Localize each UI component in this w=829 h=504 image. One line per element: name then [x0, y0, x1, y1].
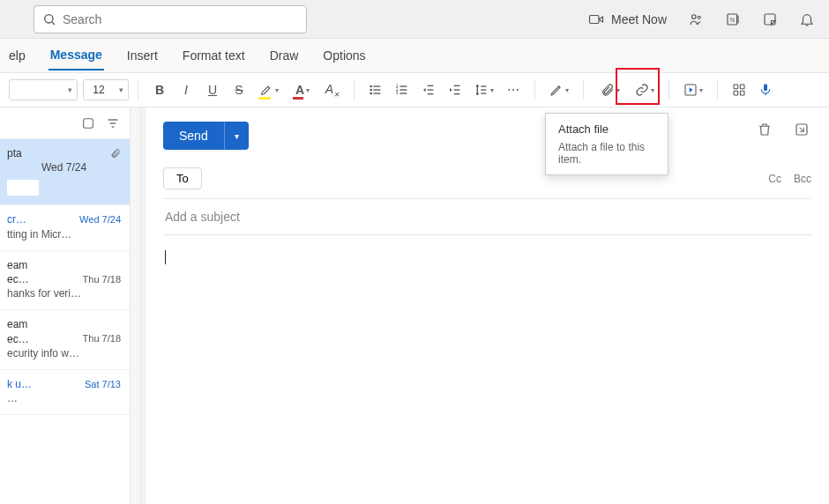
teams-icon[interactable] [688, 11, 704, 27]
mail-date: Wed 7/24 [7, 160, 121, 174]
underline-button[interactable]: U [200, 78, 225, 102]
mail-item[interactable]: eam ec… Thu 7/18 hanks for veri… [0, 251, 130, 311]
svg-point-9 [370, 85, 371, 86]
strikethrough-button[interactable]: S [227, 78, 251, 102]
subject-input[interactable] [165, 210, 810, 224]
filter-icon[interactable] [105, 115, 121, 131]
tab-help[interactable]: elp [7, 41, 27, 70]
mail-item[interactable]: eam ec… Thu 7/18 ecurity info w… [0, 310, 130, 370]
mail-sender: k u… [7, 377, 32, 391]
svg-rect-2 [589, 15, 599, 23]
svg-point-11 [370, 89, 371, 90]
italic-button[interactable]: I [174, 78, 198, 102]
onenote-icon[interactable]: N [725, 11, 741, 27]
bell-icon[interactable] [799, 11, 815, 27]
list-scrollbar[interactable] [131, 107, 141, 504]
bold-button[interactable]: B [147, 78, 172, 102]
meet-now-button[interactable]: Meet Now [588, 11, 667, 27]
separator [138, 80, 138, 100]
separator [354, 80, 355, 100]
tooltip-body: Attach a file to this item. [558, 141, 655, 166]
svg-rect-31 [734, 85, 738, 89]
tooltip-title: Attach file [558, 122, 655, 136]
search-input[interactable] [63, 12, 299, 26]
mail-subject-short: ec… [7, 272, 29, 286]
to-field-row: To Cc Bcc [163, 162, 811, 199]
eraser-icon: A✕ [325, 82, 340, 99]
send-split-button: Send ▾ [163, 122, 249, 150]
svg-text:N: N [730, 17, 735, 23]
dictate-button[interactable] [753, 78, 778, 102]
more-options-button[interactable]: ⋯ [501, 78, 526, 102]
tab-format-text[interactable]: Format text [181, 41, 247, 70]
line-spacing-button[interactable]: ▾ [469, 78, 499, 102]
attachment-icon [110, 148, 121, 159]
notes-icon[interactable] [762, 11, 778, 27]
bullet-list-button[interactable] [363, 78, 388, 102]
pen-icon [549, 83, 564, 97]
svg-text:3: 3 [396, 91, 399, 95]
separator [668, 80, 669, 100]
chevron-down-icon: ▾ [114, 85, 128, 94]
mail-item[interactable]: k u… Sat 7/13 … [0, 370, 130, 415]
svg-point-4 [698, 16, 700, 19]
increase-indent-button[interactable] [443, 78, 467, 102]
to-button[interactable]: To [163, 167, 202, 189]
mail-item[interactable]: pta Wed 7/24 [0, 139, 130, 205]
attach-tooltip: Attach file Attach a file to this item. [545, 113, 668, 175]
ribbon-tabs: elp Message Insert Format text Draw Opti… [0, 39, 829, 72]
tab-message[interactable]: Message [49, 41, 104, 70]
svg-rect-34 [740, 91, 744, 95]
search-icon [41, 11, 57, 27]
mail-sender: pta [7, 146, 22, 160]
search-box[interactable] [34, 5, 307, 33]
attach-file-button[interactable]: ▾ [593, 78, 628, 102]
link-button[interactable]: ▾ [630, 78, 660, 102]
font-color-button[interactable]: A ▾ [287, 78, 318, 102]
chevron-down-icon: ▾ [63, 85, 77, 94]
mail-item[interactable]: cr… Wed 7/24 tting in Micr… [0, 205, 130, 250]
link-icon [635, 83, 649, 97]
numbered-list-button[interactable]: 123 [390, 78, 414, 102]
font-name-dropdown[interactable]: ▾ [9, 79, 78, 100]
styles-button[interactable]: ▾ [544, 78, 574, 102]
bcc-button[interactable]: Bcc [794, 173, 811, 185]
text-cursor [165, 250, 166, 264]
mail-date: Thu 7/18 [83, 273, 121, 286]
font-size-value: 12 [84, 84, 114, 96]
separator [534, 80, 535, 100]
apps-button[interactable] [727, 78, 751, 102]
decrease-indent-button[interactable] [416, 78, 441, 102]
play-flag-icon [683, 83, 698, 97]
tab-insert[interactable]: Insert [125, 41, 160, 70]
send-button[interactable]: Send [163, 122, 224, 150]
tab-options[interactable]: Options [321, 41, 367, 70]
clear-formatting-button[interactable]: A✕ [320, 78, 345, 102]
mail-preview: … [7, 391, 121, 405]
font-size-dropdown[interactable]: 12 ▾ [83, 79, 129, 100]
tab-draw[interactable]: Draw [268, 41, 301, 70]
svg-rect-35 [84, 118, 93, 128]
mail-preview: ecurity info w… [7, 346, 121, 360]
cc-button[interactable]: Cc [768, 173, 781, 185]
message-body[interactable] [163, 235, 811, 464]
svg-point-13 [370, 93, 371, 93]
signature-button[interactable]: ▾ [678, 78, 708, 102]
compose-pane: Send ▾ To Cc Bcc [145, 107, 829, 504]
content-area: pta Wed 7/24 cr… Wed 7/24 tting in Micr…… [0, 107, 829, 504]
send-options-dropdown[interactable]: ▾ [224, 122, 249, 150]
popout-button[interactable] [794, 122, 810, 137]
mail-preview: tting in Micr… [7, 227, 121, 241]
discard-button[interactable] [757, 122, 773, 137]
mail-date: Thu 7/18 [83, 332, 121, 345]
mail-date: Wed 7/24 [79, 213, 121, 226]
paperclip-icon [601, 83, 615, 97]
svg-rect-8 [765, 14, 775, 25]
format-toolbar: ▾ 12 ▾ B I U S ▾ A ▾ A✕ [0, 72, 829, 107]
select-mode-icon[interactable] [80, 115, 96, 131]
highlight-color-button[interactable]: ▾ [253, 78, 285, 102]
mail-sender: eam [7, 317, 27, 331]
chevron-down-icon: ▾ [235, 131, 239, 141]
video-icon [588, 11, 604, 27]
mail-subject-short: ec… [7, 332, 29, 346]
